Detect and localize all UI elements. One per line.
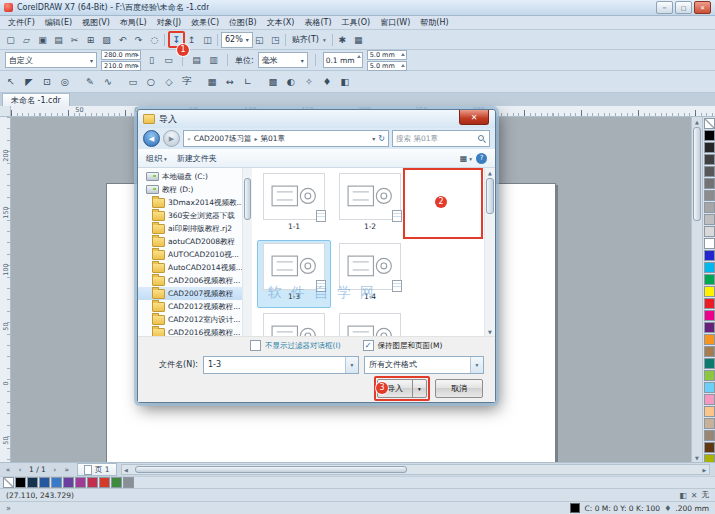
filename-input[interactable]: 1-3 ▾	[203, 356, 359, 374]
export-icon[interactable]: ↥	[185, 33, 198, 46]
file-item[interactable]: 1-3	[257, 240, 331, 308]
new-folder-button[interactable]: 新建文件夹	[177, 153, 217, 164]
transparency-tool[interactable]: ◐	[284, 75, 298, 89]
scroll-down-arrow[interactable]: ▼	[485, 327, 495, 336]
color-swatch[interactable]	[704, 310, 715, 321]
rectangle-tool[interactable]: ▭	[126, 75, 140, 89]
dialog-close-button[interactable]: ✕	[459, 110, 489, 125]
color-swatch[interactable]	[704, 370, 715, 381]
breadcrumb-dropdown-icon[interactable]: ▾	[372, 135, 375, 142]
menu-item[interactable]: 帮助(H)	[415, 17, 453, 28]
paste-icon[interactable]: ▨	[100, 33, 113, 46]
undo-icon[interactable]: ↶	[116, 33, 129, 46]
connector-tool[interactable]: ∟	[241, 75, 255, 89]
chevron-down-icon[interactable]: ▾	[345, 357, 358, 373]
color-eyedropper-tool[interactable]: ✧	[302, 75, 316, 89]
menu-item[interactable]: 编辑(E)	[40, 17, 77, 28]
tree-item[interactable]: CAD2012室内设计...	[138, 313, 242, 326]
color-swatch[interactable]	[99, 477, 110, 488]
search-content-icon[interactable]: ◌	[148, 33, 161, 46]
view-mode-icon[interactable]: ◳	[269, 33, 282, 46]
breadcrumb-current[interactable]: 第01章	[260, 134, 285, 144]
color-swatch[interactable]	[704, 214, 715, 225]
table-tool[interactable]: ▦	[205, 75, 219, 89]
keep-layers-checkbox[interactable]: ✓	[363, 340, 374, 351]
color-swatch[interactable]	[704, 238, 715, 249]
color-swatch[interactable]	[15, 477, 26, 488]
menu-item[interactable]: 文本(X)	[262, 17, 300, 28]
menu-item[interactable]: 对象(J)	[152, 17, 187, 28]
file-item[interactable]: 1-2	[333, 170, 407, 238]
page-height-input[interactable]: 210.0 mm	[101, 61, 141, 71]
color-swatch[interactable]	[704, 154, 715, 165]
document-tab[interactable]: 未命名 -1.cdr	[2, 93, 70, 106]
color-swatch[interactable]	[87, 477, 98, 488]
scrollbar-thumb[interactable]	[135, 466, 407, 473]
color-swatch[interactable]	[704, 142, 715, 153]
current-page-button[interactable]: ▥	[207, 54, 220, 67]
page-size-preset-select[interactable]: 自定义 ▾	[5, 52, 97, 68]
file-item[interactable]: 1-6	[333, 310, 407, 336]
no-color-swatch[interactable]	[704, 118, 715, 129]
zoom-tool[interactable]: ◎	[58, 75, 72, 89]
scrollbar-thumb[interactable]	[693, 127, 701, 221]
refresh-icon[interactable]: ↻	[378, 134, 385, 143]
cut-icon[interactable]: ✂	[68, 33, 81, 46]
breadcrumb-collapse-icon[interactable]: «	[187, 135, 191, 142]
text-tool[interactable]: 字	[180, 75, 194, 89]
color-swatch[interactable]	[704, 406, 715, 417]
scrollbar-thumb[interactable]	[486, 178, 494, 214]
fullscreen-preview-icon[interactable]: ◱	[253, 33, 266, 46]
menu-item[interactable]: 效果(C)	[186, 17, 224, 28]
no-color-swatch[interactable]	[3, 477, 14, 488]
zoom-level-select[interactable]: 62% ▾	[221, 32, 253, 48]
color-swatch[interactable]	[123, 477, 134, 488]
scrollbar-thumb[interactable]	[244, 178, 251, 220]
all-pages-button[interactable]: ▤	[190, 54, 203, 67]
open-icon[interactable]: ▱	[20, 33, 33, 46]
color-swatch[interactable]	[704, 346, 715, 357]
chevron-down-icon[interactable]: ▾	[470, 357, 483, 373]
polygon-tool[interactable]: ◇	[162, 75, 176, 89]
menu-item[interactable]: 窗口(W)	[375, 17, 415, 28]
scroll-up-arrow[interactable]: ▲	[692, 117, 702, 126]
tree-item[interactable]: CAD2006视频教程...	[138, 274, 242, 287]
tree-item[interactable]: 本地磁盘 (C:)	[138, 170, 242, 183]
menu-item[interactable]: 工具(O)	[337, 17, 376, 28]
tree-item[interactable]: CAD2007视频教程	[138, 287, 242, 300]
scroll-left-arrow[interactable]: ◀	[122, 467, 131, 473]
redo-icon[interactable]: ↷	[132, 33, 145, 46]
interactive-fill-tool[interactable]: ◧	[338, 75, 352, 89]
file-item[interactable]: 1-1	[257, 170, 331, 238]
drop-shadow-tool[interactable]: ▩	[266, 75, 280, 89]
color-swatch[interactable]	[704, 322, 715, 333]
shape-tool[interactable]: ◤	[22, 75, 36, 89]
publish-pdf-icon[interactable]: ◫	[201, 33, 214, 46]
color-swatch[interactable]	[111, 477, 122, 488]
previous-page-button[interactable]: ‹	[15, 465, 25, 474]
menu-item[interactable]: 位图(B)	[224, 17, 262, 28]
color-swatch[interactable]	[704, 382, 715, 393]
color-swatch[interactable]	[704, 178, 715, 189]
color-swatch[interactable]	[63, 477, 74, 488]
search-input[interactable]: 搜索 第01章	[392, 130, 490, 147]
snap-to-dropdown[interactable]: 贴齐(T) ▾	[289, 34, 329, 45]
color-swatch[interactable]	[704, 202, 715, 213]
dimension-tool[interactable]: ↔	[223, 75, 237, 89]
tree-item[interactable]: CAD2012视频教程...	[138, 300, 242, 313]
file-list-scrollbar[interactable]: ▲ ▼	[484, 168, 495, 336]
tree-item[interactable]: aotuCAD2008教程	[138, 235, 242, 248]
scroll-down-arrow[interactable]: ▼	[692, 453, 702, 462]
color-swatch[interactable]	[704, 274, 715, 285]
print-icon[interactable]: ▤	[52, 33, 65, 46]
menu-item[interactable]: 表格(T)	[299, 17, 336, 28]
outline-pen-tool[interactable]: ♦	[320, 75, 334, 89]
maximize-button[interactable]: ▢	[675, 1, 692, 14]
help-icon[interactable]: ?	[476, 153, 487, 164]
scroll-right-arrow[interactable]: ▶	[700, 467, 709, 473]
color-swatch[interactable]	[704, 286, 715, 297]
tree-scrollbar[interactable]	[242, 168, 252, 336]
application-launcher-icon[interactable]: ▦	[352, 33, 365, 46]
landscape-button[interactable]: ▭	[162, 54, 175, 67]
save-icon[interactable]: ▣	[36, 33, 49, 46]
